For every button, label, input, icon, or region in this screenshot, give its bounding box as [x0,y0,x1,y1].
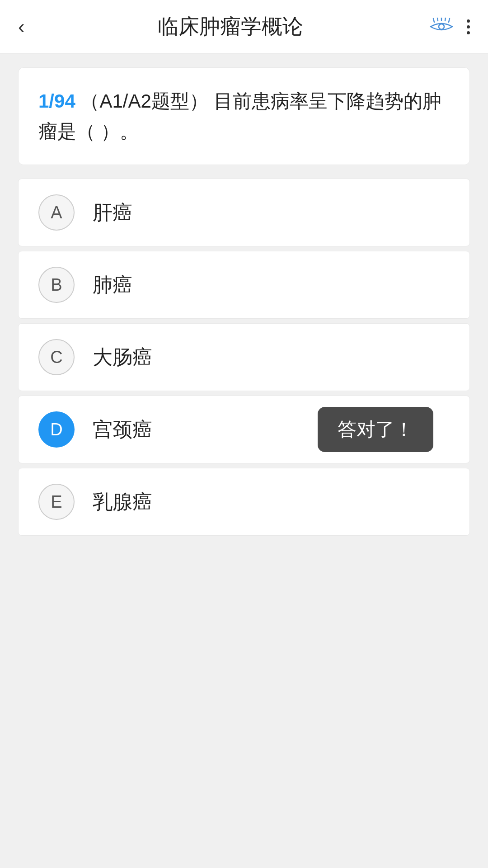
main-content: 1/94 （A1/A2题型） 目前患病率呈下降趋势的肿瘤是（ ）。 A 肝癌 B… [0,54,488,868]
svg-line-0 [433,19,434,22]
option-c[interactable]: C 大肠癌 [18,323,470,391]
question-text: 1/94 （A1/A2题型） 目前患病率呈下降趋势的肿瘤是（ ）。 [38,86,450,146]
option-d[interactable]: D 宫颈癌 答对了！ [18,396,470,463]
header-icons [416,17,470,36]
eye-icon[interactable] [430,17,453,36]
question-type: （A1/A2题型） [80,90,208,112]
option-d-circle: D [38,411,75,448]
option-e[interactable]: E 乳腺癌 [18,468,470,536]
options-list: A 肝癌 B 肺癌 C 大肠癌 D 宫颈癌 答对了！ E 乳腺癌 [18,179,470,536]
option-a[interactable]: A 肝癌 [18,179,470,246]
option-e-text: 乳腺癌 [93,489,152,515]
app-header: ‹ 临床肿瘤学概论 [0,0,488,54]
option-d-text: 宫颈癌 [93,416,152,443]
option-b-text: 肺癌 [93,272,132,298]
svg-point-5 [439,24,444,29]
svg-line-4 [449,19,450,22]
svg-line-3 [445,18,446,21]
question-card: 1/94 （A1/A2题型） 目前患病率呈下降趋势的肿瘤是（ ）。 [18,67,470,165]
option-c-text: 大肠癌 [93,344,152,371]
option-c-circle: C [38,339,75,375]
back-button[interactable]: ‹ [18,15,45,38]
option-b-circle: B [38,267,75,303]
option-a-circle: A [38,194,75,231]
option-a-text: 肝癌 [93,199,132,226]
option-e-circle: E [38,484,75,520]
more-options-icon[interactable] [467,19,470,34]
svg-line-1 [437,18,438,21]
question-number: 1/94 [38,90,75,112]
page-title: 临床肿瘤学概论 [45,13,416,41]
option-b[interactable]: B 肺癌 [18,251,470,319]
correct-tooltip: 答对了！ [318,407,433,452]
